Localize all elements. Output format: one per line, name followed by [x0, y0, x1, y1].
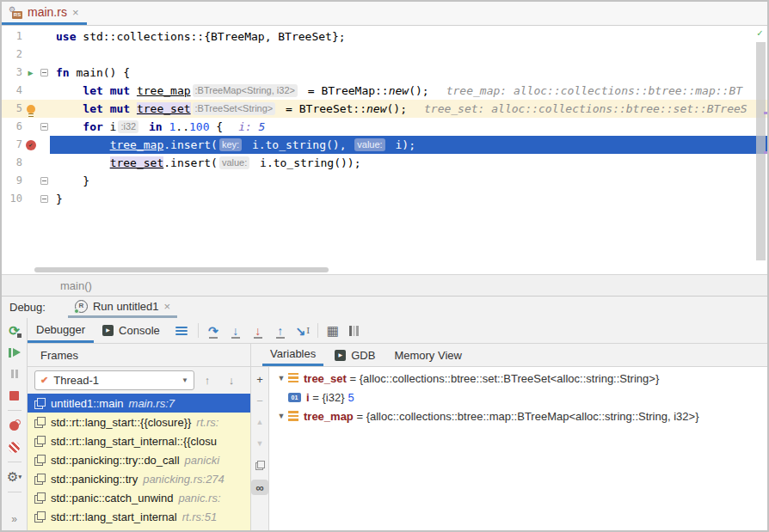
tab-memory-view[interactable]: Memory View — [386, 344, 470, 366]
fold-marker-icon[interactable] — [39, 118, 50, 136]
code-segment — [56, 84, 83, 97]
add-watch-button[interactable]: + — [253, 372, 268, 386]
line-number[interactable]: 9 — [2, 172, 22, 190]
line-number[interactable]: 2 — [2, 46, 22, 64]
expand-arrow-icon[interactable]: ▼ — [274, 412, 288, 420]
breakpoint-icon[interactable]: ✔ — [22, 136, 39, 154]
step-out-button[interactable]: ↑ — [269, 318, 292, 343]
variable-row[interactable]: ▼tree_map = {alloc::collections::btree::… — [269, 407, 767, 425]
variable-row[interactable]: 01i = {i32}5 — [269, 388, 767, 407]
view-breakpoints-button[interactable] — [9, 418, 20, 433]
settings-gear-icon[interactable]: ⚙▾ — [7, 469, 22, 485]
duplicate-watch-icon[interactable] — [253, 458, 268, 472]
frame-row[interactable]: std::panicking::try::do_callpanicki — [28, 450, 250, 469]
next-frame-button[interactable]: ↓ — [220, 374, 243, 387]
line-number[interactable]: 5 — [2, 100, 22, 118]
close-icon[interactable]: × — [164, 300, 171, 313]
close-icon[interactable]: × — [72, 6, 79, 19]
frame-row[interactable]: std::rt::lang_start_internal::{{closu — [28, 431, 250, 450]
tab-variables[interactable]: Variables — [262, 344, 323, 366]
move-watch-down-button[interactable]: ▼ — [253, 437, 268, 450]
mute-breakpoints-button[interactable] — [9, 439, 20, 455]
line-number[interactable]: 3 — [2, 64, 22, 82]
error-stripe[interactable]: ✓ — [755, 26, 767, 274]
line-number[interactable]: 8 — [2, 154, 22, 172]
previous-frame-button[interactable]: ↑ — [196, 374, 218, 387]
frame-row[interactable]: std::panic::catch_unwindpanic.rs: — [28, 488, 250, 507]
code-text[interactable]: let mut tree_set:BTreeSet<String> = BTre… — [50, 100, 767, 118]
tab-debugger[interactable]: Debugger — [28, 318, 94, 343]
code-line[interactable]: 4 let mut tree_map:BTreeMap<String, i32>… — [2, 82, 767, 100]
code-text[interactable]: for i:i32 in 1..100 {i: 5 — [50, 118, 767, 136]
variable-name: tree_set — [304, 372, 347, 385]
tab-run-untitled1[interactable]: R Run untitled1 × — [68, 297, 177, 318]
step-into-button[interactable]: ↓ — [225, 318, 247, 343]
stop-button[interactable] — [9, 388, 19, 403]
code-line[interactable]: 2 — [2, 46, 767, 64]
frame-row[interactable]: untitled1::mainmain.rs:7 — [28, 394, 250, 413]
breadcrumb-item-main[interactable]: main() — [60, 279, 92, 292]
code-line[interactable]: 6 for i:i32 in 1..100 {i: 5 — [2, 118, 767, 136]
code-line[interactable]: 5 let mut tree_set:BTreeSet<String> = BT… — [2, 100, 767, 118]
line-number[interactable]: 10 — [2, 190, 22, 208]
thread-dropdown[interactable]: ✔ Thread-1 ▼ — [34, 370, 194, 390]
variable-row[interactable]: ▼tree_set = {alloc::collections::btree::… — [269, 369, 767, 388]
code-text[interactable]: use std::collections::{BTreeMap, BTreeSe… — [50, 28, 767, 46]
run-to-cursor-button[interactable]: ↘I — [292, 318, 314, 343]
code-line[interactable]: 1use std::collections::{BTreeMap, BTreeS… — [2, 28, 767, 46]
tab-gdb[interactable]: ▶ GDB — [327, 344, 383, 366]
stripe-mark[interactable] — [764, 151, 767, 154]
stripe-mark[interactable] — [764, 112, 767, 114]
resume-button[interactable] — [9, 345, 21, 360]
code-text[interactable]: tree_set.insert(value: i.to_string()); — [50, 154, 767, 172]
more-actions-icon[interactable]: » — [11, 513, 17, 525]
show-watches-toggle[interactable]: ∞ — [251, 480, 268, 495]
line-number[interactable]: 1 — [2, 28, 22, 46]
equals-sign: = — [347, 372, 360, 385]
code-line[interactable]: 8 tree_set.insert(value: i.to_string()); — [2, 154, 767, 172]
fold-marker-icon[interactable] — [39, 190, 50, 208]
layout-options-icon[interactable] — [344, 318, 364, 343]
line-number[interactable]: 7 — [2, 136, 22, 154]
expand-arrow-icon[interactable]: ▼ — [274, 374, 288, 382]
frame-row[interactable]: std::rt::lang_start::{{closure}}rt.rs: — [28, 413, 250, 431]
line-number[interactable]: 4 — [2, 82, 22, 100]
code-line[interactable]: 10} — [2, 190, 767, 208]
code-line[interactable]: 7✔ tree_map.insert(key: i.to_string(), v… — [2, 136, 767, 154]
code-text[interactable]: tree_map.insert(key: i.to_string(), valu… — [50, 136, 767, 154]
remove-watch-button[interactable]: − — [253, 394, 268, 407]
gutter-space — [22, 28, 39, 46]
run-icon[interactable]: ▶ — [22, 64, 39, 82]
code-line[interactable]: 3▶fn main() { — [2, 64, 767, 82]
code-text[interactable] — [50, 46, 767, 64]
tab-console[interactable]: ▶ Console — [94, 318, 169, 343]
force-step-into-button[interactable]: ↓ — [247, 318, 269, 343]
intention-bulb-icon[interactable] — [22, 100, 39, 118]
code-text[interactable]: } — [50, 190, 767, 208]
line-number[interactable]: 6 — [2, 118, 22, 136]
fold-marker-icon[interactable] — [39, 64, 50, 82]
code-segment: i.to_string()); — [253, 156, 360, 169]
code-editor[interactable]: 1use std::collections::{BTreeMap, BTreeS… — [2, 26, 767, 274]
numeric-type-icon: 01 — [288, 393, 301, 402]
frame-row[interactable]: std::rt::lang_start_internalrt.rs:51 — [28, 507, 250, 526]
rerun-button[interactable]: ⟳ — [9, 323, 20, 339]
frame-name: std::rt::lang_start_internal — [51, 511, 177, 523]
fold-space — [39, 136, 50, 154]
gutter-space — [22, 118, 39, 136]
code-text[interactable]: } — [50, 172, 767, 190]
code-text[interactable]: fn main() { — [50, 64, 767, 82]
view-breakpoints-grid-icon[interactable]: ▦ — [322, 318, 344, 343]
gutter-space — [22, 190, 39, 208]
frame-row[interactable]: std::panicking::trypanicking.rs:274 — [28, 469, 250, 488]
code-text[interactable]: let mut tree_map:BTreeMap<String, i32> =… — [50, 82, 767, 100]
code-segment — [56, 156, 110, 169]
pause-button[interactable] — [11, 366, 18, 382]
fold-marker-icon[interactable] — [39, 172, 50, 190]
step-over-button[interactable]: ↷ — [202, 318, 225, 343]
tab-main-rs[interactable]: ⚙ RS main.rs × — [2, 2, 87, 25]
horizontal-scrollbar-thumb[interactable] — [34, 267, 329, 272]
layout-menu-icon[interactable] — [169, 318, 194, 343]
move-watch-up-button[interactable]: ▲ — [253, 415, 268, 429]
code-line[interactable]: 9 } — [2, 172, 767, 190]
